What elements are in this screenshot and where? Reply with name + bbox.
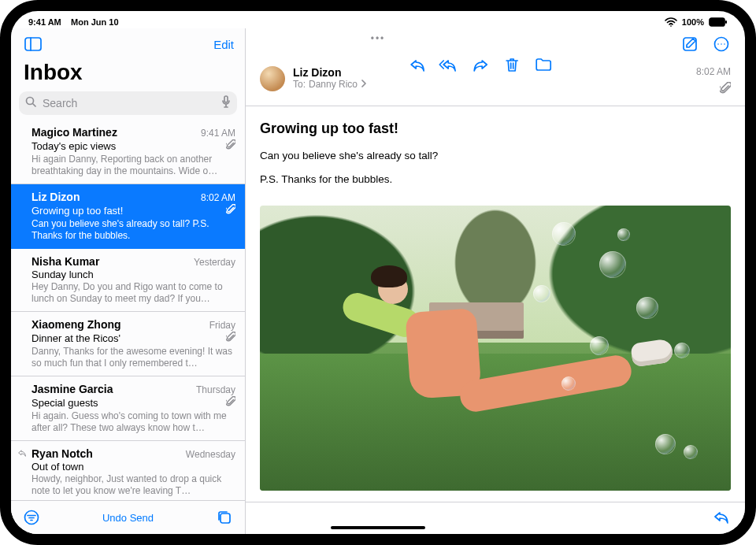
- mail-item-subject: Sunday lunch: [32, 269, 94, 280]
- mail-item-sender: Jasmine Garcia: [32, 383, 113, 395]
- mailbox-sidebar: Edit Inbox Magico Martinez9:41 AMToday's…: [11, 28, 246, 534]
- mail-item-time: Friday: [209, 320, 235, 331]
- message-toolbar: [246, 28, 745, 60]
- mail-item-subject: Dinner at the Ricos': [32, 332, 120, 344]
- svg-point-14: [717, 43, 719, 45]
- mail-item-preview: Can you believe she's already so tall? P…: [32, 218, 235, 242]
- reply-icon: [409, 57, 426, 72]
- folder-icon: [535, 57, 552, 72]
- message-to-name: Danny Rico: [309, 79, 358, 90]
- mail-item-sender: Xiaomeng Zhong: [32, 318, 121, 331]
- compose-stack-button[interactable]: [213, 506, 235, 528]
- message-list[interactable]: Magico Martinez9:41 AMToday's epic views…: [11, 120, 245, 500]
- compose-icon: [682, 36, 698, 52]
- toggle-sidebar-button[interactable]: [22, 33, 44, 55]
- mail-item-preview: Hi again Danny, Reporting back on anothe…: [32, 154, 235, 177]
- mail-item-sender: Magico Martinez: [32, 126, 117, 139]
- home-indicator[interactable]: [331, 526, 425, 529]
- footer-reply-button[interactable]: [710, 507, 732, 529]
- replied-icon: [17, 448, 27, 459]
- mail-item-subject: Growing up too fast!: [32, 205, 123, 217]
- mail-item-sender: Liz Dizon: [32, 191, 80, 203]
- mail-item-preview: Hi again. Guess who's coming to town wit…: [32, 410, 235, 434]
- message-to-row[interactable]: To: Danny Rico: [293, 79, 688, 90]
- message-pane: Liz Dizon To: Danny Rico 8:02 AM Growing…: [246, 28, 745, 534]
- mail-item-sender: Nisha Kumar: [32, 255, 99, 268]
- forward-icon: [472, 57, 489, 72]
- sidebar-toolbar: Edit: [11, 28, 245, 60]
- message-body[interactable]: Growing up too fast! Can you believe she…: [246, 106, 745, 502]
- message-to-label: To:: [293, 79, 306, 90]
- mail-item-time: Yesterday: [194, 257, 235, 268]
- attachment-icon: [226, 139, 235, 153]
- reply-button[interactable]: [406, 54, 428, 76]
- undo-send-button[interactable]: Undo Send: [43, 512, 213, 524]
- message-header-right: 8:02 AM: [696, 66, 731, 98]
- mail-item[interactable]: Xiaomeng ZhongFridayDinner at the Ricos'…: [11, 312, 245, 376]
- svg-rect-11: [220, 513, 230, 523]
- dictate-icon[interactable]: [221, 95, 231, 111]
- svg-point-15: [721, 43, 722, 45]
- sidebar-icon: [24, 37, 42, 51]
- search-icon: [25, 96, 36, 110]
- message-body-line: Can you believe she's already so tall?: [260, 148, 731, 164]
- message-time: 8:02 AM: [696, 66, 731, 77]
- message-body-line: P.S. Thanks for the bubbles.: [260, 172, 731, 187]
- mail-item-subject: Today's epic views: [32, 140, 116, 152]
- mail-item[interactable]: Jasmine GarciaThursdaySpecial guestsHi a…: [11, 376, 245, 441]
- mail-item[interactable]: Ryan NotchWednesdayOut of townHowdy, nei…: [11, 441, 245, 500]
- message-toolbar-center: [406, 54, 554, 76]
- svg-point-4: [27, 98, 34, 105]
- attachment-icon: [226, 396, 235, 410]
- mail-item-preview: Hey Danny, Do you and Rigo want to come …: [32, 281, 235, 305]
- ellipsis-circle-icon: [713, 36, 729, 52]
- mail-item-time: 8:02 AM: [201, 192, 235, 203]
- mail-item[interactable]: Magico Martinez9:41 AMToday's epic views…: [11, 120, 245, 184]
- forward-button[interactable]: [469, 54, 491, 76]
- attachment-icon: [226, 204, 235, 217]
- more-button[interactable]: [710, 33, 732, 55]
- message-toolbar-right: [679, 33, 732, 55]
- mailbox-title: Inbox: [11, 60, 245, 88]
- mail-item-subject: Special guests: [32, 397, 98, 409]
- svg-rect-6: [224, 96, 228, 102]
- svg-rect-2: [25, 38, 41, 50]
- mail-item-preview: Danny, Thanks for the awesome evening! I…: [32, 346, 235, 369]
- search-field[interactable]: [19, 91, 237, 115]
- edit-button[interactable]: Edit: [213, 38, 234, 51]
- reply-icon: [713, 510, 730, 527]
- sidebar-bottom-toolbar: Undo Send: [11, 500, 245, 534]
- sender-avatar[interactable]: [260, 66, 285, 91]
- move-button[interactable]: [532, 54, 554, 76]
- attachment-icon: [720, 82, 731, 98]
- filter-icon: [24, 510, 39, 525]
- mail-item-time: Wednesday: [186, 449, 235, 460]
- mail-item[interactable]: Liz Dizon8:02 AMGrowing up too fast!Can …: [11, 184, 245, 249]
- svg-point-16: [724, 43, 725, 45]
- mail-item-sender: Ryan Notch: [32, 447, 93, 460]
- mail-item-preview: Howdy, neighbor, Just wanted to drop a q…: [32, 473, 235, 497]
- chevron-right-icon: [361, 79, 367, 90]
- mail-item[interactable]: Nisha KumarYesterdaySunday lunchHey Dann…: [11, 249, 245, 312]
- reply-all-icon: [439, 57, 459, 72]
- message-text: Can you believe she's already so tall? P…: [260, 148, 731, 196]
- attachment-icon: [226, 332, 235, 345]
- message-subject: Growing up too fast!: [260, 120, 731, 137]
- trash-icon: [505, 57, 519, 72]
- mail-item-time: Thursday: [196, 384, 235, 395]
- compose-button[interactable]: [679, 33, 701, 55]
- message-footer-toolbar: [246, 502, 745, 534]
- mail-item-time: 9:41 AM: [201, 128, 235, 139]
- search-input[interactable]: [41, 96, 217, 110]
- mail-item-subject: Out of town: [32, 461, 83, 473]
- message-attachment-image[interactable]: [260, 206, 731, 491]
- stack-icon: [217, 510, 232, 525]
- reply-all-button[interactable]: [438, 54, 460, 76]
- svg-line-5: [33, 104, 35, 106]
- delete-button[interactable]: [501, 54, 523, 76]
- filter-button[interactable]: [20, 506, 43, 528]
